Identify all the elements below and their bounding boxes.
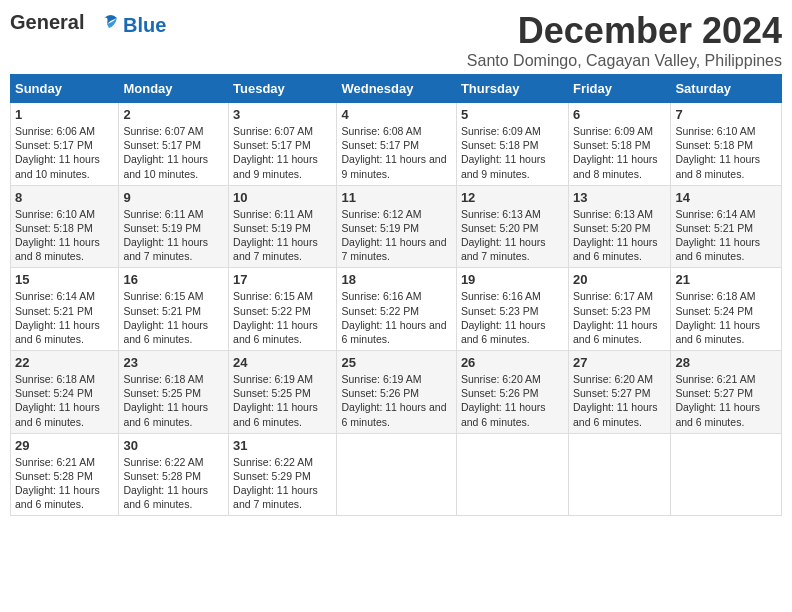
calendar-day-cell: 19 Sunrise: 6:16 AM Sunset: 5:23 PM Dayl… bbox=[456, 268, 568, 351]
day-info: Sunrise: 6:21 AM Sunset: 5:28 PM Dayligh… bbox=[15, 455, 114, 512]
day-number: 19 bbox=[461, 272, 564, 287]
day-number: 16 bbox=[123, 272, 224, 287]
day-number: 29 bbox=[15, 438, 114, 453]
calendar-day-cell: 13 Sunrise: 6:13 AM Sunset: 5:20 PM Dayl… bbox=[568, 185, 670, 268]
calendar-day-cell: 11 Sunrise: 6:12 AM Sunset: 5:19 PM Dayl… bbox=[337, 185, 456, 268]
day-number: 2 bbox=[123, 107, 224, 122]
day-number: 26 bbox=[461, 355, 564, 370]
day-number: 10 bbox=[233, 190, 332, 205]
calendar-day-cell: 8 Sunrise: 6:10 AM Sunset: 5:18 PM Dayli… bbox=[11, 185, 119, 268]
day-number: 11 bbox=[341, 190, 451, 205]
calendar-day-cell: 17 Sunrise: 6:15 AM Sunset: 5:22 PM Dayl… bbox=[229, 268, 337, 351]
day-number: 22 bbox=[15, 355, 114, 370]
day-info: Sunrise: 6:18 AM Sunset: 5:24 PM Dayligh… bbox=[675, 289, 777, 346]
day-info: Sunrise: 6:15 AM Sunset: 5:21 PM Dayligh… bbox=[123, 289, 224, 346]
calendar-day-cell: 31 Sunrise: 6:22 AM Sunset: 5:29 PM Dayl… bbox=[229, 433, 337, 516]
header-monday: Monday bbox=[119, 75, 229, 103]
calendar-week-row: 1 Sunrise: 6:06 AM Sunset: 5:17 PM Dayli… bbox=[11, 103, 782, 186]
calendar-day-cell: 20 Sunrise: 6:17 AM Sunset: 5:23 PM Dayl… bbox=[568, 268, 670, 351]
day-info: Sunrise: 6:14 AM Sunset: 5:21 PM Dayligh… bbox=[675, 207, 777, 264]
header-saturday: Saturday bbox=[671, 75, 782, 103]
calendar-day-cell bbox=[671, 433, 782, 516]
location-subtitle: Santo Domingo, Cagayan Valley, Philippin… bbox=[467, 52, 782, 70]
logo-bird-icon bbox=[89, 10, 119, 40]
calendar-day-cell: 12 Sunrise: 6:13 AM Sunset: 5:20 PM Dayl… bbox=[456, 185, 568, 268]
calendar-day-cell: 10 Sunrise: 6:11 AM Sunset: 5:19 PM Dayl… bbox=[229, 185, 337, 268]
day-number: 13 bbox=[573, 190, 666, 205]
day-info: Sunrise: 6:19 AM Sunset: 5:26 PM Dayligh… bbox=[341, 372, 451, 429]
header-sunday: Sunday bbox=[11, 75, 119, 103]
title-section: December 2024 Santo Domingo, Cagayan Val… bbox=[467, 10, 782, 70]
calendar-day-cell bbox=[456, 433, 568, 516]
calendar-day-cell: 21 Sunrise: 6:18 AM Sunset: 5:24 PM Dayl… bbox=[671, 268, 782, 351]
calendar-day-cell bbox=[337, 433, 456, 516]
calendar-day-cell: 5 Sunrise: 6:09 AM Sunset: 5:18 PM Dayli… bbox=[456, 103, 568, 186]
header-tuesday: Tuesday bbox=[229, 75, 337, 103]
day-info: Sunrise: 6:14 AM Sunset: 5:21 PM Dayligh… bbox=[15, 289, 114, 346]
logo: General Blue bbox=[10, 10, 166, 40]
day-number: 12 bbox=[461, 190, 564, 205]
day-number: 31 bbox=[233, 438, 332, 453]
calendar-day-cell: 16 Sunrise: 6:15 AM Sunset: 5:21 PM Dayl… bbox=[119, 268, 229, 351]
day-number: 8 bbox=[15, 190, 114, 205]
calendar-day-cell: 4 Sunrise: 6:08 AM Sunset: 5:17 PM Dayli… bbox=[337, 103, 456, 186]
day-number: 28 bbox=[675, 355, 777, 370]
calendar-week-row: 8 Sunrise: 6:10 AM Sunset: 5:18 PM Dayli… bbox=[11, 185, 782, 268]
day-info: Sunrise: 6:13 AM Sunset: 5:20 PM Dayligh… bbox=[573, 207, 666, 264]
calendar-day-cell: 28 Sunrise: 6:21 AM Sunset: 5:27 PM Dayl… bbox=[671, 351, 782, 434]
day-number: 23 bbox=[123, 355, 224, 370]
calendar-day-cell: 29 Sunrise: 6:21 AM Sunset: 5:28 PM Dayl… bbox=[11, 433, 119, 516]
day-info: Sunrise: 6:15 AM Sunset: 5:22 PM Dayligh… bbox=[233, 289, 332, 346]
day-number: 25 bbox=[341, 355, 451, 370]
calendar-week-row: 29 Sunrise: 6:21 AM Sunset: 5:28 PM Dayl… bbox=[11, 433, 782, 516]
day-number: 1 bbox=[15, 107, 114, 122]
day-number: 20 bbox=[573, 272, 666, 287]
logo-general: General bbox=[10, 11, 84, 33]
calendar-day-cell bbox=[568, 433, 670, 516]
day-number: 4 bbox=[341, 107, 451, 122]
day-info: Sunrise: 6:22 AM Sunset: 5:29 PM Dayligh… bbox=[233, 455, 332, 512]
day-info: Sunrise: 6:18 AM Sunset: 5:25 PM Dayligh… bbox=[123, 372, 224, 429]
calendar-header-row: Sunday Monday Tuesday Wednesday Thursday… bbox=[11, 75, 782, 103]
day-info: Sunrise: 6:12 AM Sunset: 5:19 PM Dayligh… bbox=[341, 207, 451, 264]
day-info: Sunrise: 6:08 AM Sunset: 5:17 PM Dayligh… bbox=[341, 124, 451, 181]
calendar-day-cell: 2 Sunrise: 6:07 AM Sunset: 5:17 PM Dayli… bbox=[119, 103, 229, 186]
calendar-day-cell: 7 Sunrise: 6:10 AM Sunset: 5:18 PM Dayli… bbox=[671, 103, 782, 186]
calendar-day-cell: 9 Sunrise: 6:11 AM Sunset: 5:19 PM Dayli… bbox=[119, 185, 229, 268]
day-info: Sunrise: 6:20 AM Sunset: 5:27 PM Dayligh… bbox=[573, 372, 666, 429]
calendar-day-cell: 14 Sunrise: 6:14 AM Sunset: 5:21 PM Dayl… bbox=[671, 185, 782, 268]
day-info: Sunrise: 6:16 AM Sunset: 5:23 PM Dayligh… bbox=[461, 289, 564, 346]
day-info: Sunrise: 6:16 AM Sunset: 5:22 PM Dayligh… bbox=[341, 289, 451, 346]
month-title: December 2024 bbox=[467, 10, 782, 52]
logo-blue: Blue bbox=[123, 14, 166, 36]
day-number: 17 bbox=[233, 272, 332, 287]
day-number: 3 bbox=[233, 107, 332, 122]
day-number: 7 bbox=[675, 107, 777, 122]
calendar-day-cell: 27 Sunrise: 6:20 AM Sunset: 5:27 PM Dayl… bbox=[568, 351, 670, 434]
day-number: 14 bbox=[675, 190, 777, 205]
day-number: 21 bbox=[675, 272, 777, 287]
day-info: Sunrise: 6:21 AM Sunset: 5:27 PM Dayligh… bbox=[675, 372, 777, 429]
day-number: 24 bbox=[233, 355, 332, 370]
calendar-day-cell: 25 Sunrise: 6:19 AM Sunset: 5:26 PM Dayl… bbox=[337, 351, 456, 434]
calendar-day-cell: 15 Sunrise: 6:14 AM Sunset: 5:21 PM Dayl… bbox=[11, 268, 119, 351]
calendar-week-row: 15 Sunrise: 6:14 AM Sunset: 5:21 PM Dayl… bbox=[11, 268, 782, 351]
header-friday: Friday bbox=[568, 75, 670, 103]
day-info: Sunrise: 6:09 AM Sunset: 5:18 PM Dayligh… bbox=[461, 124, 564, 181]
day-number: 5 bbox=[461, 107, 564, 122]
day-number: 15 bbox=[15, 272, 114, 287]
day-number: 6 bbox=[573, 107, 666, 122]
header-thursday: Thursday bbox=[456, 75, 568, 103]
calendar-day-cell: 24 Sunrise: 6:19 AM Sunset: 5:25 PM Dayl… bbox=[229, 351, 337, 434]
day-info: Sunrise: 6:11 AM Sunset: 5:19 PM Dayligh… bbox=[233, 207, 332, 264]
calendar-table: Sunday Monday Tuesday Wednesday Thursday… bbox=[10, 74, 782, 516]
calendar-day-cell: 23 Sunrise: 6:18 AM Sunset: 5:25 PM Dayl… bbox=[119, 351, 229, 434]
calendar-day-cell: 22 Sunrise: 6:18 AM Sunset: 5:24 PM Dayl… bbox=[11, 351, 119, 434]
header-wednesday: Wednesday bbox=[337, 75, 456, 103]
day-info: Sunrise: 6:17 AM Sunset: 5:23 PM Dayligh… bbox=[573, 289, 666, 346]
day-info: Sunrise: 6:06 AM Sunset: 5:17 PM Dayligh… bbox=[15, 124, 114, 181]
day-info: Sunrise: 6:07 AM Sunset: 5:17 PM Dayligh… bbox=[123, 124, 224, 181]
day-number: 18 bbox=[341, 272, 451, 287]
day-info: Sunrise: 6:22 AM Sunset: 5:28 PM Dayligh… bbox=[123, 455, 224, 512]
day-info: Sunrise: 6:10 AM Sunset: 5:18 PM Dayligh… bbox=[675, 124, 777, 181]
